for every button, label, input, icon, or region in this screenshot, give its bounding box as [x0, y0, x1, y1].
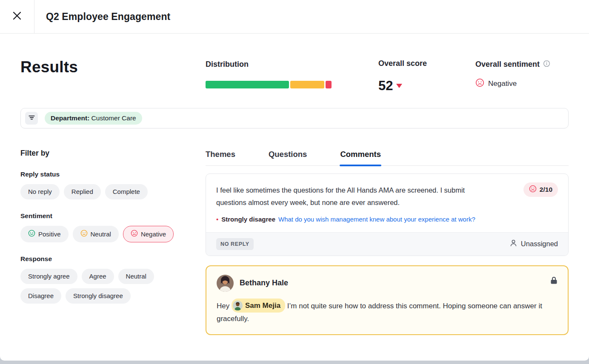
private-reply-card: Bethany Hale Hey Sam Mejia — [206, 265, 569, 335]
filter-button[interactable] — [25, 112, 38, 125]
overall-sentiment-section: Overall sentiment Negative — [475, 58, 569, 94]
reply-text: Hey Sam Mejia I’m not quite sure how to … — [217, 299, 558, 325]
chip-positive-label: Positive — [38, 230, 61, 238]
overall-score-value: 52 — [378, 78, 393, 94]
distribution-segment-negative — [326, 81, 332, 88]
page-title: Q2 Employee Engagement — [34, 0, 170, 33]
results-heading: Results — [20, 58, 206, 94]
distribution-segment-positive — [206, 81, 289, 88]
mention-name: Sam Mejia — [245, 299, 280, 312]
tab-themes[interactable]: Themes — [206, 150, 235, 165]
close-button[interactable] — [0, 0, 34, 33]
chip-no-reply[interactable]: No reply — [20, 184, 60, 199]
sam-avatar — [233, 301, 243, 310]
department-filter-value: Customer Care — [91, 114, 136, 122]
score-trend-down-icon — [396, 84, 402, 88]
comment-response-label: Strongly disagree — [221, 216, 275, 223]
reply-text-before: Hey — [217, 302, 229, 310]
chip-neutral-label: Neutral — [91, 230, 111, 238]
chip-negative-label: Negative — [141, 230, 166, 238]
comment-score-badge: 2/10 — [523, 182, 558, 197]
results-panel: Themes Questions Comments I feel like so… — [206, 149, 569, 335]
chip-response-neutral[interactable]: Neutral — [118, 269, 154, 284]
reply-author-name: Bethany Hale — [240, 279, 288, 287]
response-bullet: • — [216, 216, 218, 223]
tab-comments[interactable]: Comments — [340, 150, 381, 165]
distribution-segment-neutral — [290, 81, 324, 88]
info-icon[interactable] — [543, 60, 550, 69]
neutral-face-icon — [80, 230, 88, 239]
sentiment-chips: Positive Neutral Negative — [20, 226, 182, 242]
reply-status-group-label: Reply status — [20, 171, 206, 178]
applied-filters-bar: Department: Customer Care — [20, 108, 569, 128]
status-badge: NO REPLY — [216, 238, 254, 250]
modal-header: Q2 Employee Engagement — [0, 0, 589, 34]
distribution-bar — [206, 81, 332, 88]
response-chips: Strongly agree Agree Neutral Disagree St… — [20, 269, 182, 304]
comment-score-value: 2/10 — [540, 186, 552, 193]
overall-score-section: Overall score 52 — [378, 58, 475, 94]
negative-sentiment-icon — [475, 78, 484, 89]
chip-strongly-agree[interactable]: Strongly agree — [20, 269, 77, 284]
mention-chip[interactable]: Sam Mejia — [232, 299, 285, 313]
comment-text: I feel like sometimes the questions for … — [216, 184, 558, 209]
results-tabs: Themes Questions Comments — [206, 149, 569, 166]
sad-face-icon — [131, 230, 138, 239]
filter-by-heading: Filter by — [20, 149, 206, 158]
comment-card: I feel like sometimes the questions for … — [206, 173, 569, 256]
chip-neutral[interactable]: Neutral — [73, 226, 119, 242]
response-group-label: Response — [20, 255, 206, 263]
chip-agree[interactable]: Agree — [82, 269, 114, 284]
smile-face-icon — [28, 230, 35, 239]
tab-questions[interactable]: Questions — [269, 150, 307, 165]
filter-lines-icon — [28, 114, 35, 123]
distribution-section: Distribution — [206, 58, 378, 94]
chip-disagree[interactable]: Disagree — [20, 288, 61, 304]
sad-face-icon — [529, 185, 537, 194]
comment-footer: NO REPLY Unassigned — [206, 232, 568, 256]
chip-negative[interactable]: Negative — [123, 226, 174, 242]
lock-icon[interactable] — [550, 276, 558, 286]
summary-row: Results Distribution Overall score 52 — [20, 58, 569, 94]
bethany-avatar — [217, 275, 234, 292]
survey-question-link[interactable]: What do you wish management knew about y… — [278, 216, 475, 223]
overall-sentiment-label: Overall sentiment — [475, 60, 540, 69]
chip-complete[interactable]: Complete — [105, 184, 148, 199]
assignee-label: Unassigned — [521, 240, 558, 248]
chip-replied[interactable]: Replied — [64, 184, 101, 199]
overall-sentiment-value: Negative — [488, 80, 517, 88]
department-filter-label: Department: — [51, 114, 89, 122]
person-icon — [509, 239, 518, 249]
sentiment-group-label: Sentiment — [20, 212, 206, 220]
reply-status-chips: No reply Replied Complete — [20, 184, 182, 199]
close-icon — [12, 11, 22, 22]
filters-sidebar: Filter by Reply status No reply Replied … — [20, 149, 206, 335]
distribution-label: Distribution — [206, 60, 378, 69]
overall-score-label: Overall score — [378, 59, 475, 68]
chip-positive[interactable]: Positive — [20, 226, 69, 242]
chip-strongly-disagree[interactable]: Strongly disagree — [66, 288, 131, 304]
department-filter-chip[interactable]: Department: Customer Care — [45, 112, 142, 125]
assignee-button[interactable]: Unassigned — [509, 239, 558, 249]
survey-results-modal: Q2 Employee Engagement Results Distribut… — [0, 0, 589, 361]
